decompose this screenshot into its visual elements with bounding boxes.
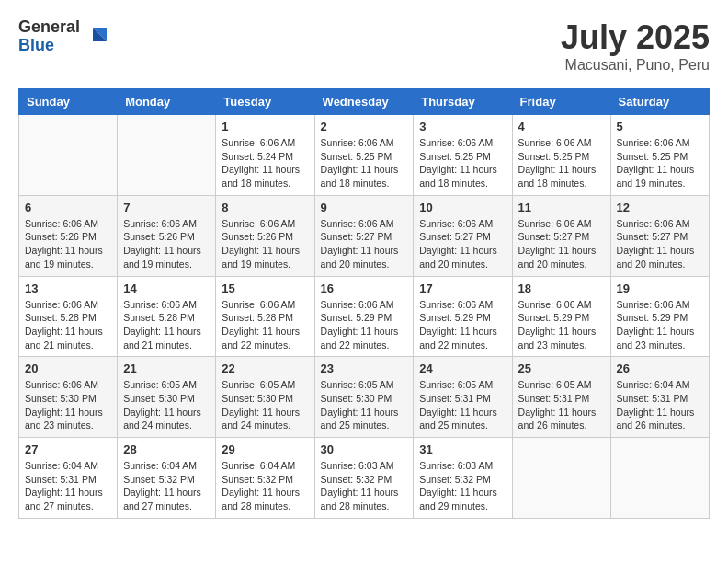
day-info: Sunrise: 6:06 AMSunset: 5:26 PMDaylight:… [222,217,308,271]
day-number: 31 [419,442,506,456]
calendar-day-cell: 28Sunrise: 6:04 AMSunset: 5:32 PMDayligh… [118,438,216,519]
day-number: 25 [518,362,605,375]
day-info: Sunrise: 6:03 AMSunset: 5:32 PMDaylight:… [419,459,506,513]
calendar-day-cell: 29Sunrise: 6:04 AMSunset: 5:32 PMDayligh… [216,438,314,519]
day-number: 12 [617,201,703,214]
day-info: Sunrise: 6:03 AMSunset: 5:32 PMDaylight:… [321,459,408,513]
day-number: 7 [123,201,210,214]
day-info: Sunrise: 6:06 AMSunset: 5:26 PMDaylight:… [123,217,210,271]
day-number: 18 [518,282,605,295]
calendar-day-cell: 23Sunrise: 6:05 AMSunset: 5:30 PMDayligh… [314,357,414,438]
day-info: Sunrise: 6:06 AMSunset: 5:27 PMDaylight:… [419,217,506,271]
calendar-day-cell: 31Sunrise: 6:03 AMSunset: 5:32 PMDayligh… [414,438,512,519]
weekday-header-thursday: Thursday [414,89,512,115]
day-number: 20 [25,362,111,375]
day-info: Sunrise: 6:06 AMSunset: 5:29 PMDaylight:… [518,298,605,352]
calendar-day-cell: 10Sunrise: 6:06 AMSunset: 5:27 PMDayligh… [414,195,512,276]
weekday-header-tuesday: Tuesday [216,89,314,115]
calendar-day-cell: 9Sunrise: 6:06 AMSunset: 5:27 PMDaylight… [314,195,414,276]
day-number: 2 [321,120,408,133]
day-info: Sunrise: 6:05 AMSunset: 5:31 PMDaylight:… [518,378,605,432]
day-info: Sunrise: 6:05 AMSunset: 5:31 PMDaylight:… [419,378,506,432]
calendar-day-cell: 17Sunrise: 6:06 AMSunset: 5:29 PMDayligh… [414,276,512,357]
weekday-header-monday: Monday [118,89,216,115]
calendar-day-cell: 7Sunrise: 6:06 AMSunset: 5:26 PMDaylight… [118,195,216,276]
day-number: 8 [222,201,308,214]
calendar-day-cell: 2Sunrise: 6:06 AMSunset: 5:25 PMDaylight… [314,115,414,196]
day-number: 15 [222,282,308,295]
calendar-week-row: 1Sunrise: 6:06 AMSunset: 5:24 PMDaylight… [19,115,710,196]
title-block: July 2025 Macusani, Puno, Peru [561,18,710,74]
day-number: 10 [419,201,506,214]
weekday-header-sunday: Sunday [19,89,118,115]
calendar-week-row: 20Sunrise: 6:06 AMSunset: 5:30 PMDayligh… [19,357,710,438]
logo-icon [84,23,111,51]
day-number: 6 [25,201,111,214]
logo: General Blue [18,18,111,55]
location: Macusani, Puno, Peru [561,57,710,74]
calendar-day-cell: 19Sunrise: 6:06 AMSunset: 5:29 PMDayligh… [610,276,709,357]
day-info: Sunrise: 6:06 AMSunset: 5:25 PMDaylight:… [419,136,506,190]
weekday-header-friday: Friday [512,89,610,115]
day-info: Sunrise: 6:05 AMSunset: 5:30 PMDaylight:… [222,378,308,432]
calendar-day-cell [118,115,216,196]
month-title: July 2025 [561,18,710,57]
calendar-day-cell: 16Sunrise: 6:06 AMSunset: 5:29 PMDayligh… [314,276,414,357]
calendar-day-cell: 1Sunrise: 6:06 AMSunset: 5:24 PMDaylight… [216,115,314,196]
calendar-day-cell: 6Sunrise: 6:06 AMSunset: 5:26 PMDaylight… [19,195,118,276]
logo-blue-text: Blue [18,37,80,55]
day-number: 9 [321,201,408,214]
day-info: Sunrise: 6:06 AMSunset: 5:27 PMDaylight:… [321,217,408,271]
day-info: Sunrise: 6:04 AMSunset: 5:32 PMDaylight:… [123,459,210,513]
day-info: Sunrise: 6:06 AMSunset: 5:29 PMDaylight:… [419,298,506,352]
calendar-day-cell: 4Sunrise: 6:06 AMSunset: 5:25 PMDaylight… [512,115,610,196]
day-number: 4 [518,120,605,133]
day-number: 23 [321,362,408,375]
weekday-header-wednesday: Wednesday [314,89,414,115]
day-number: 3 [419,120,506,133]
day-number: 29 [222,442,308,456]
calendar-day-cell: 3Sunrise: 6:06 AMSunset: 5:25 PMDaylight… [414,115,512,196]
calendar-day-cell: 21Sunrise: 6:05 AMSunset: 5:30 PMDayligh… [118,357,216,438]
calendar-day-cell [19,115,118,196]
day-number: 28 [123,442,210,456]
day-number: 19 [617,282,703,295]
calendar-day-cell: 30Sunrise: 6:03 AMSunset: 5:32 PMDayligh… [314,438,414,519]
day-info: Sunrise: 6:06 AMSunset: 5:27 PMDaylight:… [617,217,703,271]
calendar-day-cell: 13Sunrise: 6:06 AMSunset: 5:28 PMDayligh… [19,276,118,357]
calendar-day-cell [610,438,709,519]
day-number: 13 [25,282,111,295]
day-number: 14 [123,282,210,295]
day-info: Sunrise: 6:06 AMSunset: 5:29 PMDaylight:… [321,298,408,352]
calendar-day-cell: 25Sunrise: 6:05 AMSunset: 5:31 PMDayligh… [512,357,610,438]
calendar-day-cell: 24Sunrise: 6:05 AMSunset: 5:31 PMDayligh… [414,357,512,438]
calendar-day-cell: 11Sunrise: 6:06 AMSunset: 5:27 PMDayligh… [512,195,610,276]
day-info: Sunrise: 6:05 AMSunset: 5:30 PMDaylight:… [123,378,210,432]
day-number: 11 [518,201,605,214]
calendar-table: SundayMondayTuesdayWednesdayThursdayFrid… [18,88,710,519]
day-number: 30 [321,442,408,456]
calendar-day-cell: 18Sunrise: 6:06 AMSunset: 5:29 PMDayligh… [512,276,610,357]
calendar-day-cell: 27Sunrise: 6:04 AMSunset: 5:31 PMDayligh… [19,438,118,519]
day-number: 22 [222,362,308,375]
day-number: 24 [419,362,506,375]
day-info: Sunrise: 6:04 AMSunset: 5:31 PMDaylight:… [25,459,111,513]
logo-general-text: General [18,18,80,37]
calendar-week-row: 6Sunrise: 6:06 AMSunset: 5:26 PMDaylight… [19,195,710,276]
day-info: Sunrise: 6:06 AMSunset: 5:30 PMDaylight:… [25,378,111,432]
calendar-day-cell: 26Sunrise: 6:04 AMSunset: 5:31 PMDayligh… [610,357,709,438]
day-number: 17 [419,282,506,295]
day-number: 21 [123,362,210,375]
day-info: Sunrise: 6:06 AMSunset: 5:26 PMDaylight:… [25,217,111,271]
day-info: Sunrise: 6:06 AMSunset: 5:29 PMDaylight:… [617,298,703,352]
calendar-day-cell: 20Sunrise: 6:06 AMSunset: 5:30 PMDayligh… [19,357,118,438]
day-info: Sunrise: 6:06 AMSunset: 5:28 PMDaylight:… [25,298,111,352]
weekday-header-saturday: Saturday [610,89,709,115]
page-header: General Blue July 2025 Macusani, Puno, P… [18,18,710,74]
day-info: Sunrise: 6:06 AMSunset: 5:25 PMDaylight:… [518,136,605,190]
day-info: Sunrise: 6:06 AMSunset: 5:25 PMDaylight:… [321,136,408,190]
day-number: 1 [222,120,308,133]
calendar-day-cell: 12Sunrise: 6:06 AMSunset: 5:27 PMDayligh… [610,195,709,276]
day-info: Sunrise: 6:06 AMSunset: 5:28 PMDaylight:… [222,298,308,352]
day-info: Sunrise: 6:06 AMSunset: 5:28 PMDaylight:… [123,298,210,352]
